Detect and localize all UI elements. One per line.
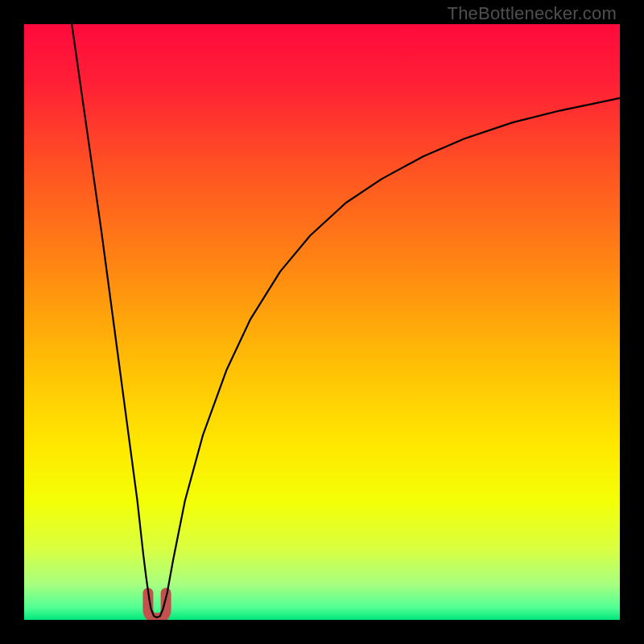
curve-path (72, 24, 620, 617)
bottleneck-curve (24, 24, 620, 620)
watermark-text: TheBottlenecker.com (448, 3, 617, 24)
plot-area (24, 24, 620, 620)
chart-frame: TheBottlenecker.com (0, 0, 644, 644)
